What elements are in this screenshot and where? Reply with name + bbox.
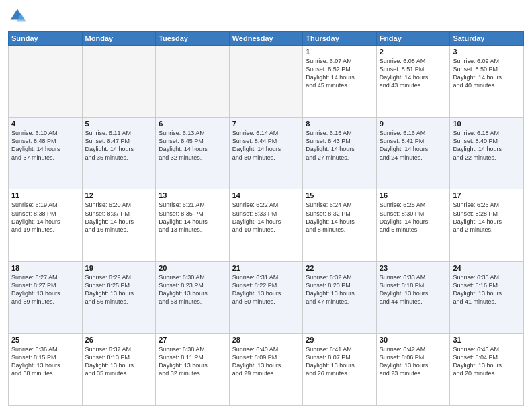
day-number: 15 xyxy=(306,191,373,199)
calendar-cell: 26 Sunrise: 6:37 AM Sunset: 8:13 PM Dayl… xyxy=(82,333,156,405)
calendar-cell: 10 Sunrise: 6:18 AM Sunset: 8:40 PM Dayl… xyxy=(450,118,524,189)
calendar-cell: 21 Sunrise: 6:31 AM Sunset: 8:22 PM Dayl… xyxy=(229,261,303,333)
day-number: 3 xyxy=(453,48,521,56)
day-number: 10 xyxy=(453,120,521,128)
day-number: 25 xyxy=(11,336,79,344)
day-number: 6 xyxy=(159,120,226,128)
calendar-cell: 1 Sunrise: 6:07 AM Sunset: 8:52 PM Dayli… xyxy=(303,46,377,118)
calendar-cell: 30 Sunrise: 6:42 AM Sunset: 8:06 PM Dayl… xyxy=(376,333,450,405)
logo-icon xyxy=(8,7,27,26)
day-number: 9 xyxy=(380,120,447,128)
day-number: 2 xyxy=(380,48,447,56)
day-number: 16 xyxy=(380,191,447,199)
calendar-cell: 17 Sunrise: 6:26 AM Sunset: 8:28 PM Dayl… xyxy=(450,189,524,261)
day-number: 17 xyxy=(453,191,521,199)
day-number: 21 xyxy=(232,264,300,272)
calendar-cell xyxy=(229,46,303,118)
calendar-cell: 25 Sunrise: 6:36 AM Sunset: 8:15 PM Dayl… xyxy=(9,333,83,405)
calendar-cell: 28 Sunrise: 6:40 AM Sunset: 8:09 PM Dayl… xyxy=(229,333,303,405)
calendar-cell: 19 Sunrise: 6:29 AM Sunset: 8:25 PM Dayl… xyxy=(82,261,156,333)
day-info: Sunrise: 6:41 AM Sunset: 8:07 PM Dayligh… xyxy=(306,345,373,378)
day-number: 24 xyxy=(453,264,521,272)
day-info: Sunrise: 6:29 AM Sunset: 8:25 PM Dayligh… xyxy=(85,273,153,306)
calendar-cell: 8 Sunrise: 6:15 AM Sunset: 8:43 PM Dayli… xyxy=(303,118,377,189)
day-number: 23 xyxy=(380,264,447,272)
calendar-cell: 18 Sunrise: 6:27 AM Sunset: 8:27 PM Dayl… xyxy=(9,261,83,333)
day-info: Sunrise: 6:18 AM Sunset: 8:40 PM Dayligh… xyxy=(453,129,521,162)
calendar-cell xyxy=(82,46,156,118)
day-number: 4 xyxy=(11,120,79,128)
calendar-cell: 12 Sunrise: 6:20 AM Sunset: 8:37 PM Dayl… xyxy=(82,189,156,261)
calendar-cell: 16 Sunrise: 6:25 AM Sunset: 8:30 PM Dayl… xyxy=(376,189,450,261)
day-info: Sunrise: 6:25 AM Sunset: 8:30 PM Dayligh… xyxy=(380,201,447,234)
calendar-header-monday: Monday xyxy=(82,32,156,46)
calendar-cell: 14 Sunrise: 6:22 AM Sunset: 8:33 PM Dayl… xyxy=(229,189,303,261)
day-info: Sunrise: 6:16 AM Sunset: 8:41 PM Dayligh… xyxy=(380,129,447,162)
calendar-header-wednesday: Wednesday xyxy=(229,32,303,46)
calendar-cell: 2 Sunrise: 6:08 AM Sunset: 8:51 PM Dayli… xyxy=(376,46,450,118)
calendar-cell: 15 Sunrise: 6:24 AM Sunset: 8:32 PM Dayl… xyxy=(303,189,377,261)
calendar-cell: 22 Sunrise: 6:32 AM Sunset: 8:20 PM Dayl… xyxy=(303,261,377,333)
day-info: Sunrise: 6:14 AM Sunset: 8:44 PM Dayligh… xyxy=(232,129,300,162)
day-number: 8 xyxy=(306,120,373,128)
calendar-cell xyxy=(156,46,230,118)
day-number: 26 xyxy=(85,336,153,344)
day-info: Sunrise: 6:21 AM Sunset: 8:35 PM Dayligh… xyxy=(159,201,226,234)
day-info: Sunrise: 6:24 AM Sunset: 8:32 PM Dayligh… xyxy=(306,201,373,234)
day-number: 28 xyxy=(232,336,300,344)
calendar-cell: 23 Sunrise: 6:33 AM Sunset: 8:18 PM Dayl… xyxy=(376,261,450,333)
calendar-week-row: 18 Sunrise: 6:27 AM Sunset: 8:27 PM Dayl… xyxy=(9,261,524,333)
day-number: 13 xyxy=(159,191,226,199)
day-number: 31 xyxy=(453,336,521,344)
day-info: Sunrise: 6:36 AM Sunset: 8:15 PM Dayligh… xyxy=(11,345,79,378)
day-number: 19 xyxy=(85,264,153,272)
day-info: Sunrise: 6:11 AM Sunset: 8:47 PM Dayligh… xyxy=(85,129,153,162)
header xyxy=(8,7,524,26)
day-number: 27 xyxy=(159,336,226,344)
day-info: Sunrise: 6:33 AM Sunset: 8:18 PM Dayligh… xyxy=(380,273,447,306)
calendar-header-friday: Friday xyxy=(376,32,450,46)
day-info: Sunrise: 6:20 AM Sunset: 8:37 PM Dayligh… xyxy=(85,201,153,234)
day-info: Sunrise: 6:19 AM Sunset: 8:38 PM Dayligh… xyxy=(11,201,79,234)
calendar-header-sunday: Sunday xyxy=(9,32,83,46)
calendar-week-row: 25 Sunrise: 6:36 AM Sunset: 8:15 PM Dayl… xyxy=(9,333,524,405)
day-number: 7 xyxy=(232,120,300,128)
day-info: Sunrise: 6:15 AM Sunset: 8:43 PM Dayligh… xyxy=(306,129,373,162)
day-info: Sunrise: 6:08 AM Sunset: 8:51 PM Dayligh… xyxy=(380,57,447,90)
day-number: 29 xyxy=(306,336,373,344)
calendar-cell: 7 Sunrise: 6:14 AM Sunset: 8:44 PM Dayli… xyxy=(229,118,303,189)
day-info: Sunrise: 6:10 AM Sunset: 8:48 PM Dayligh… xyxy=(11,129,79,162)
day-info: Sunrise: 6:30 AM Sunset: 8:23 PM Dayligh… xyxy=(159,273,226,306)
day-info: Sunrise: 6:31 AM Sunset: 8:22 PM Dayligh… xyxy=(232,273,300,306)
day-number: 20 xyxy=(159,264,226,272)
calendar-header-saturday: Saturday xyxy=(450,32,524,46)
day-number: 18 xyxy=(11,264,79,272)
calendar-cell: 11 Sunrise: 6:19 AM Sunset: 8:38 PM Dayl… xyxy=(9,189,83,261)
page: SundayMondayTuesdayWednesdayThursdayFrid… xyxy=(0,0,532,411)
calendar-cell: 5 Sunrise: 6:11 AM Sunset: 8:47 PM Dayli… xyxy=(82,118,156,189)
calendar-cell: 27 Sunrise: 6:38 AM Sunset: 8:11 PM Dayl… xyxy=(156,333,230,405)
calendar-cell: 31 Sunrise: 6:43 AM Sunset: 8:04 PM Dayl… xyxy=(450,333,524,405)
calendar-cell: 9 Sunrise: 6:16 AM Sunset: 8:41 PM Dayli… xyxy=(376,118,450,189)
day-info: Sunrise: 6:42 AM Sunset: 8:06 PM Dayligh… xyxy=(380,345,447,378)
day-info: Sunrise: 6:22 AM Sunset: 8:33 PM Dayligh… xyxy=(232,201,300,234)
calendar-cell: 4 Sunrise: 6:10 AM Sunset: 8:48 PM Dayli… xyxy=(9,118,83,189)
day-number: 14 xyxy=(232,191,300,199)
day-number: 11 xyxy=(11,191,79,199)
calendar-week-row: 1 Sunrise: 6:07 AM Sunset: 8:52 PM Dayli… xyxy=(9,46,524,118)
calendar-header-tuesday: Tuesday xyxy=(156,32,230,46)
calendar-cell: 13 Sunrise: 6:21 AM Sunset: 8:35 PM Dayl… xyxy=(156,189,230,261)
day-info: Sunrise: 6:13 AM Sunset: 8:45 PM Dayligh… xyxy=(159,129,226,162)
calendar-table: SundayMondayTuesdayWednesdayThursdayFrid… xyxy=(8,31,524,406)
calendar-week-row: 11 Sunrise: 6:19 AM Sunset: 8:38 PM Dayl… xyxy=(9,189,524,261)
calendar-week-row: 4 Sunrise: 6:10 AM Sunset: 8:48 PM Dayli… xyxy=(9,118,524,189)
day-number: 22 xyxy=(306,264,373,272)
day-info: Sunrise: 6:37 AM Sunset: 8:13 PM Dayligh… xyxy=(85,345,153,378)
day-info: Sunrise: 6:07 AM Sunset: 8:52 PM Dayligh… xyxy=(306,57,373,90)
calendar-cell xyxy=(9,46,83,118)
calendar-cell: 24 Sunrise: 6:35 AM Sunset: 8:16 PM Dayl… xyxy=(450,261,524,333)
day-info: Sunrise: 6:40 AM Sunset: 8:09 PM Dayligh… xyxy=(232,345,300,378)
logo xyxy=(8,7,30,26)
day-info: Sunrise: 6:38 AM Sunset: 8:11 PM Dayligh… xyxy=(159,345,226,378)
calendar-header-row: SundayMondayTuesdayWednesdayThursdayFrid… xyxy=(9,32,524,46)
